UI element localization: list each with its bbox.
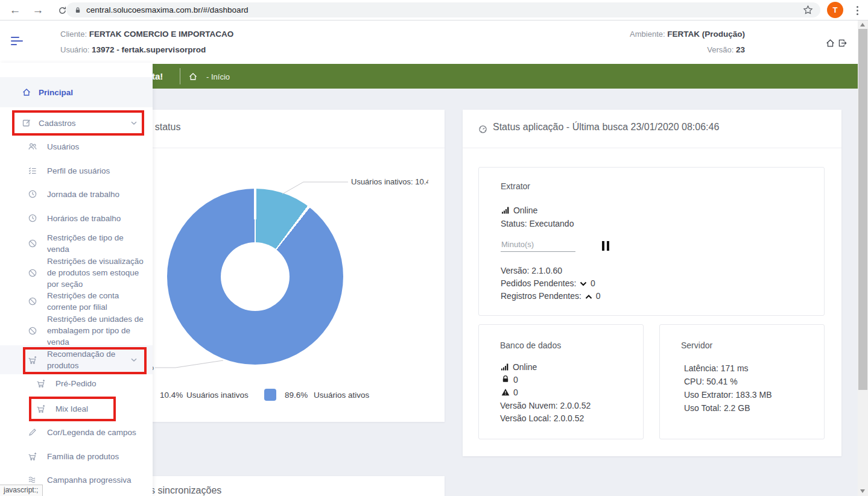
app-status-card: Status aplicação - Última busca 23/01/20… — [463, 110, 841, 456]
callout-inactive-users: Usuários inativos: 10.4% — [351, 177, 428, 186]
database-cloud-version: Versão Nuvem: 2.0.0.52 — [500, 401, 591, 410]
cart-plus-icon — [28, 452, 37, 461]
extrator-pending-records: Registros Pendentes: 0 — [501, 291, 600, 301]
annotation-box-cadastros — [12, 110, 144, 136]
browser-toolbar: ← → central.solucoesmaxima.com.br/#/dash… — [0, 0, 868, 20]
extrator-title: Extrator — [501, 181, 530, 191]
user-value: 13972 - fertak.supervisorprod — [92, 45, 206, 54]
sidebar-item-cor-legenda[interactable]: Cor/Legenda de campos — [0, 425, 153, 439]
legend-label-active[interactable]: Usuários ativos — [314, 391, 369, 400]
bookmark-star-icon[interactable] — [803, 5, 813, 15]
database-warnings: 0 — [500, 388, 518, 397]
chevron-up-bold-icon — [585, 294, 592, 300]
home-button[interactable] — [825, 38, 835, 48]
block-icon — [28, 239, 37, 248]
signal-bars-icon — [502, 206, 510, 214]
browser-back-button[interactable]: ← — [7, 2, 23, 18]
extrator-pending-orders: Pedidos Pendentes: 0 — [501, 278, 595, 288]
annotation-box-mix-ideal — [29, 397, 116, 421]
database-locks: 0 — [500, 375, 518, 385]
link-status-tooltip: javascript:; — [0, 485, 43, 496]
pause-button[interactable] — [602, 241, 609, 251]
menu-toggle-button[interactable] — [11, 37, 24, 48]
server-latency: Latência: 171 ms — [684, 363, 749, 373]
clock-icon — [28, 213, 37, 223]
url-text[interactable]: central.solucoesmaxima.com.br/#/dashboar… — [86, 5, 249, 14]
legend-label-inactive[interactable]: Usuários inativos — [186, 391, 249, 400]
browser-forward-button[interactable]: → — [30, 2, 46, 18]
minutes-input[interactable] — [501, 239, 575, 252]
scrollbar-thumb[interactable] — [858, 29, 867, 390]
server-total-usage: Uso Total: 2.2 GB — [684, 403, 750, 413]
sidebar-item-restricoes-visualizacao[interactable]: Restrições de visualização de produtos s… — [0, 256, 153, 290]
database-title: Banco de dados — [500, 341, 561, 350]
block-icon — [28, 326, 37, 336]
welcome-text: ta! — [152, 71, 163, 81]
legend-pct-active: 89.6% — [285, 391, 308, 400]
legend-swatch-active[interactable] — [264, 389, 276, 401]
app-header: Cliente: FERTAK COMERCIO E IMPORTACAO Us… — [0, 20, 868, 63]
browser-menu-icon[interactable] — [853, 4, 861, 17]
chevron-down-bold-icon — [580, 281, 587, 287]
sidebar-item-jornada[interactable]: Jornada de trabalho — [0, 187, 153, 201]
user-line: Usuário: 13972 - fertak.supervisorprod — [60, 45, 206, 54]
server-cpu: CPU: 50.41 % — [684, 377, 738, 386]
browser-profile-avatar[interactable]: T — [827, 2, 843, 18]
client-line: Cliente: FERTAK COMERCIO E IMPORTACAO — [60, 30, 233, 39]
clock-icon — [28, 189, 37, 199]
breadcrumb-path: - Início — [206, 72, 230, 81]
server-extractor-usage: Uso Extrator: 183.3 MB — [684, 390, 772, 400]
sidebar-item-usuarios[interactable]: Usuários — [0, 139, 153, 154]
scrollbar-down-arrow[interactable] — [860, 489, 865, 493]
server-title: Servidor — [681, 341, 712, 350]
extrator-version: Versão: 2.1.0.60 — [501, 266, 562, 275]
pencil-icon — [28, 427, 37, 437]
server-panel: Servidor Latência: 171 ms CPU: 50.41 % U… — [659, 324, 825, 439]
sidebar-item-familia-produtos[interactable]: Família de produtos — [0, 449, 153, 463]
extrator-status: Status: Executando — [501, 219, 574, 228]
sidebar-item-principal[interactable]: Principal — [0, 85, 153, 99]
database-panel: Banco de dados Online 0 0 Versão Nuvem: … — [478, 324, 644, 439]
page-scrollbar[interactable] — [858, 20, 868, 496]
https-lock-icon[interactable] — [74, 6, 81, 14]
lock-icon — [501, 375, 510, 383]
block-icon — [28, 268, 37, 278]
signal-bars-icon — [501, 363, 509, 371]
sidebar-item-perfil-usuarios[interactable]: Perfil de usuários — [0, 163, 153, 178]
warning-icon — [501, 388, 510, 396]
page: ta! - Início r status Usuários inativos:… — [0, 0, 868, 496]
legend-pct-inactive: 10.4% — [160, 391, 183, 400]
logout-button[interactable] — [837, 38, 847, 48]
environment-line: Ambiente: FERTAK (Produção) — [630, 30, 745, 39]
extrator-panel: Extrator Online Status: Executando Versã… — [478, 167, 825, 316]
annotation-box-recomendacao — [23, 347, 147, 374]
database-local-version: Versão Local: 2.0.0.52 — [500, 413, 584, 423]
version-line: Versão: 23 — [707, 45, 745, 54]
home-icon — [22, 87, 31, 97]
sidebar-item-restricoes-tipo-venda[interactable]: Restrições de tipo de venda — [0, 232, 153, 255]
client-value: FERTAK COMERCIO E IMPORTACAO — [89, 30, 234, 39]
address-bar[interactable]: central.solucoesmaxima.com.br/#/dashboar… — [66, 2, 820, 17]
version-value: 23 — [736, 45, 745, 54]
checklist-icon — [28, 166, 37, 175]
waves-icon — [28, 475, 37, 485]
gauge-icon — [478, 125, 487, 134]
card-divider — [463, 148, 841, 148]
sidebar-item-pre-pedido[interactable]: Pré-Pedido — [0, 376, 153, 391]
environment-value: FERTAK (Produção) — [667, 30, 745, 39]
extrator-online: Online — [501, 206, 537, 215]
sync-card: s sincronizações — [145, 476, 445, 496]
scrollbar-up-arrow[interactable] — [860, 23, 865, 27]
users-status-card: r status Usuários inativos: 10.4% Usuári… — [145, 110, 445, 422]
sidebar-item-restricoes-conta-corrente[interactable]: Restrições de conta corrente por filial — [0, 290, 153, 313]
donut-callout-lines — [145, 110, 445, 422]
cart-plus-icon — [36, 379, 46, 388]
breadcrumb-home-icon[interactable] — [188, 72, 198, 81]
app-status-title: Status aplicação - Última busca 23/01/20… — [493, 122, 719, 133]
sync-card-title: s sincronizações — [150, 485, 221, 496]
users-icon — [28, 142, 37, 151]
database-online: Online — [500, 362, 537, 372]
sidebar-item-restricoes-unidades[interactable]: Restrições de unidades de embalagem por … — [0, 313, 153, 348]
sidebar-item-horarios[interactable]: Horários de trabalho — [0, 211, 153, 225]
block-icon — [28, 297, 37, 306]
